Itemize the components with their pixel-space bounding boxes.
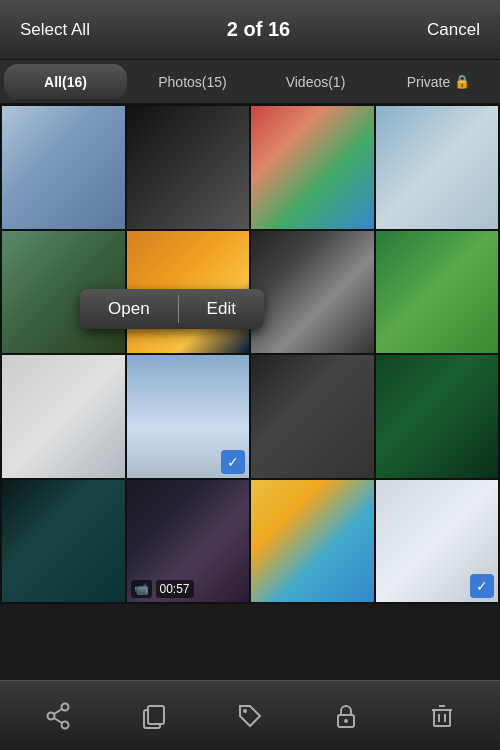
svg-point-9	[344, 719, 348, 723]
context-menu: Open Edit	[80, 289, 264, 329]
thumb-image-9	[2, 355, 125, 478]
video-badge-14: 📹00:57	[131, 580, 194, 598]
tab-photos[interactable]: Photos(15)	[131, 60, 254, 103]
photo-thumb-3[interactable]	[251, 106, 374, 229]
video-camera-icon: 📹	[131, 580, 152, 598]
tab-videos[interactable]: Videos(1)	[254, 60, 377, 103]
tag-icon	[236, 702, 264, 730]
tab-all[interactable]: All(16)	[4, 64, 127, 99]
thumb-image-7	[251, 231, 374, 354]
tag-button[interactable]	[226, 696, 274, 736]
delete-icon	[428, 702, 456, 730]
photo-thumb-9[interactable]	[2, 355, 125, 478]
photo-thumb-14[interactable]: 📹00:57	[127, 480, 250, 603]
tab-private-label: Private	[407, 74, 451, 90]
cancel-button[interactable]: Cancel	[423, 12, 484, 48]
copy-button[interactable]	[130, 696, 178, 736]
photo-thumb-13[interactable]	[2, 480, 125, 603]
bottom-toolbar	[0, 680, 500, 750]
lock-button[interactable]	[322, 696, 370, 736]
share-button[interactable]	[34, 696, 82, 736]
tab-videos-label: Videos(1)	[286, 74, 346, 90]
svg-point-0	[62, 703, 69, 710]
photo-thumb-4[interactable]	[376, 106, 499, 229]
photo-thumb-15[interactable]	[251, 480, 374, 603]
photo-thumb-10[interactable]: ✓	[127, 355, 250, 478]
copy-icon	[140, 702, 168, 730]
photo-grid: ✓📹00:57✓	[0, 104, 500, 604]
photo-grid-container: ✓📹00:57✓ Open Edit	[0, 104, 500, 664]
thumb-image-12	[376, 355, 499, 478]
thumb-image-2	[127, 106, 250, 229]
video-duration-14: 00:57	[156, 580, 194, 598]
selected-badge-16: ✓	[470, 574, 494, 598]
header: Select All 2 of 16 Cancel	[0, 0, 500, 60]
select-all-button[interactable]: Select All	[16, 12, 94, 48]
tab-private[interactable]: Private 🔒	[377, 60, 500, 103]
edit-button[interactable]: Edit	[179, 289, 264, 329]
selected-badge-10: ✓	[221, 450, 245, 474]
tab-bar: All(16) Photos(15) Videos(1) Private 🔒	[0, 60, 500, 104]
selection-count: 2 of 16	[227, 18, 290, 41]
thumb-image-11	[251, 355, 374, 478]
photo-thumb-11[interactable]	[251, 355, 374, 478]
photo-thumb-12[interactable]	[376, 355, 499, 478]
tab-all-label: All(16)	[44, 74, 87, 90]
photo-thumb-2[interactable]	[127, 106, 250, 229]
thumb-image-3	[251, 106, 374, 229]
open-button[interactable]: Open	[80, 289, 178, 329]
tab-photos-label: Photos(15)	[158, 74, 226, 90]
svg-point-2	[62, 721, 69, 728]
thumb-image-8	[376, 231, 499, 354]
thumb-image-1	[2, 106, 125, 229]
private-lock-icon: 🔒	[454, 74, 470, 89]
svg-rect-10	[434, 710, 450, 726]
share-icon	[44, 702, 72, 730]
svg-line-4	[54, 718, 62, 723]
svg-point-7	[243, 709, 247, 713]
photo-thumb-7[interactable]	[251, 231, 374, 354]
photo-thumb-16[interactable]: ✓	[376, 480, 499, 603]
thumb-image-13	[2, 480, 125, 603]
svg-point-1	[48, 712, 55, 719]
photo-thumb-8[interactable]	[376, 231, 499, 354]
photo-thumb-1[interactable]	[2, 106, 125, 229]
lock-icon	[332, 702, 360, 730]
thumb-image-15	[251, 480, 374, 603]
thumb-image-4	[376, 106, 499, 229]
svg-rect-6	[148, 706, 164, 724]
delete-button[interactable]	[418, 696, 466, 736]
svg-line-3	[54, 709, 62, 714]
